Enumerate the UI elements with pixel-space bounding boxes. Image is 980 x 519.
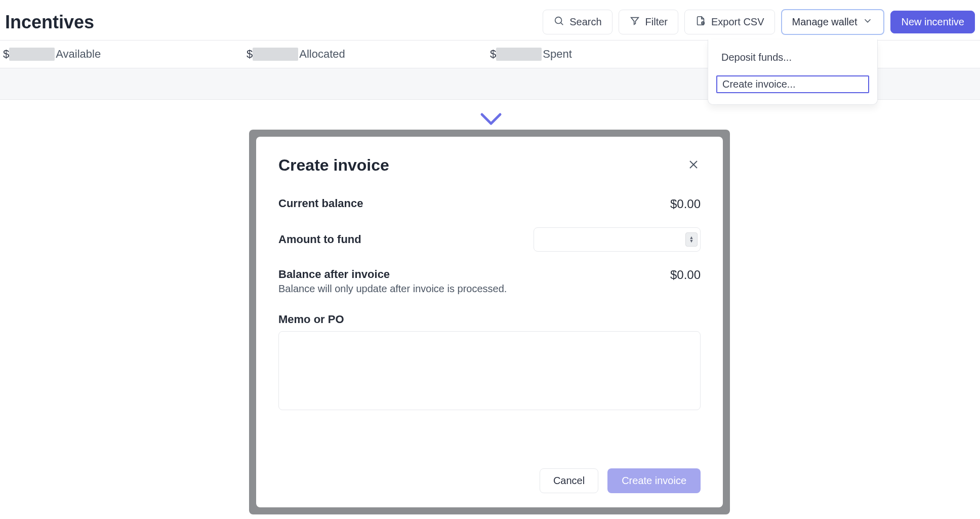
new-incentive-label: New incentive (901, 16, 964, 28)
available-cell: $ Available (3, 48, 247, 61)
chevron-down-icon (862, 15, 873, 29)
spent-amount-redacted (496, 48, 542, 61)
export-label: Export CSV (711, 16, 764, 28)
search-button[interactable]: Search (543, 10, 612, 34)
available-amount-redacted (9, 48, 55, 61)
toolbar: Search Filter Export CSV Manage wallet N… (543, 9, 975, 35)
memo-label: Memo or PO (278, 313, 701, 326)
page-title: Incentives (5, 12, 94, 33)
svg-point-0 (555, 17, 562, 24)
export-csv-button[interactable]: Export CSV (684, 10, 774, 34)
amount-to-fund-input[interactable] (534, 227, 701, 252)
amount-stepper[interactable]: ▲ ▼ (685, 232, 698, 247)
filter-icon (629, 15, 640, 29)
create-invoice-modal-frame: Create invoice Current balance $0.00 Amo… (249, 130, 730, 514)
search-label: Search (569, 16, 601, 28)
export-icon (695, 15, 706, 29)
allocated-label: Allocated (299, 48, 345, 61)
amount-to-fund-label: Amount to fund (278, 233, 361, 246)
balance-after-value: $0.00 (670, 268, 701, 282)
modal-title: Create invoice (278, 156, 389, 175)
spent-label: Spent (543, 48, 572, 61)
current-balance-label: Current balance (278, 197, 363, 210)
manage-wallet-button[interactable]: Manage wallet (781, 9, 885, 35)
filter-label: Filter (645, 16, 668, 28)
close-button[interactable] (686, 158, 701, 173)
close-icon (687, 158, 700, 173)
currency-symbol: $ (247, 48, 253, 61)
manage-wallet-dropdown: Deposit funds... Create invoice... (708, 39, 878, 105)
cancel-button[interactable]: Cancel (540, 468, 598, 493)
svg-line-1 (561, 23, 563, 25)
create-invoice-button[interactable]: Create invoice (607, 468, 701, 493)
available-label: Available (56, 48, 101, 61)
flow-indicator-chevron-icon (479, 111, 503, 128)
allocated-amount-redacted (253, 48, 298, 61)
manage-wallet-label: Manage wallet (792, 16, 858, 28)
currency-symbol: $ (490, 48, 496, 61)
memo-textarea[interactable] (278, 331, 701, 410)
deposit-funds-option[interactable]: Deposit funds... (716, 50, 869, 65)
balance-after-sublabel: Balance will only update after invoice i… (278, 283, 507, 295)
filter-button[interactable]: Filter (619, 10, 678, 34)
create-invoice-option[interactable]: Create invoice... (716, 75, 869, 93)
create-invoice-modal: Create invoice Current balance $0.00 Amo… (256, 137, 723, 507)
stepper-down-icon: ▼ (689, 239, 694, 243)
current-balance-value: $0.00 (670, 197, 701, 211)
new-incentive-button[interactable]: New incentive (890, 11, 975, 33)
balance-after-label: Balance after invoice (278, 268, 507, 281)
spent-cell: $ Spent (490, 48, 733, 61)
allocated-cell: $ Allocated (247, 48, 490, 61)
currency-symbol: $ (3, 48, 9, 61)
search-icon (553, 15, 564, 29)
